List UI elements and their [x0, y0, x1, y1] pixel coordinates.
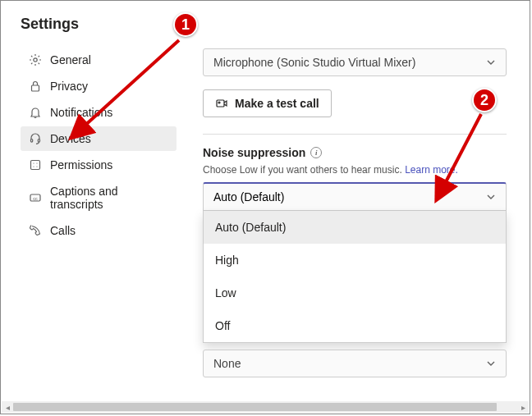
svg-rect-3: [38, 139, 39, 143]
page-title: Settings: [21, 16, 177, 33]
sidebar-item-notifications[interactable]: Notifications: [21, 100, 177, 125]
svg-point-7: [33, 166, 34, 167]
noise-suppression-label: Noise suppression: [203, 146, 305, 159]
chevron-down-icon: [486, 57, 496, 67]
app-icon: [29, 158, 42, 171]
svg-text:cc: cc: [33, 196, 38, 201]
sidebar-item-label: Notifications: [50, 106, 112, 119]
option-auto-default[interactable]: Auto (Default): [204, 211, 506, 244]
sidebar-item-label: Privacy: [50, 80, 88, 93]
sidebar-item-permissions[interactable]: Permissions: [21, 153, 177, 177]
sidebar-item-general[interactable]: General: [21, 48, 177, 72]
sidebar-item-label: General: [50, 53, 91, 66]
svg-point-5: [33, 162, 34, 163]
scroll-thumb[interactable]: [13, 403, 497, 411]
noise-suppression-options: Auto (Default) High Low Off: [203, 211, 507, 343]
option-off[interactable]: Off: [204, 309, 506, 342]
gear-icon: [29, 53, 42, 66]
option-low[interactable]: Low: [204, 277, 506, 309]
scroll-left-button[interactable]: ◂: [2, 401, 13, 413]
sidebar-item-label: Calls: [50, 224, 76, 237]
sidebar-item-label: Devices: [50, 132, 91, 145]
scroll-track[interactable]: [13, 401, 517, 413]
content-area: Microphone (Sonic Studio Virtual Mixer) …: [203, 16, 507, 391]
sidebar-item-calls[interactable]: Calls: [21, 218, 177, 243]
sidebar-nav: General Privacy Notifications Devices Pe: [21, 48, 177, 243]
svg-rect-11: [217, 100, 224, 107]
headset-icon: [29, 132, 42, 145]
noise-suppression-hint: Choose Low if you want others to hear mu…: [203, 164, 507, 176]
sidebar-item-privacy[interactable]: Privacy: [21, 74, 177, 98]
make-test-call-button[interactable]: Make a test call: [203, 89, 332, 117]
secondary-dropdown-selected: None: [213, 357, 241, 370]
horizontal-scrollbar[interactable]: ◂ ▸: [2, 401, 529, 413]
svg-rect-1: [32, 85, 39, 91]
scroll-right-button[interactable]: ▸: [517, 401, 529, 413]
info-icon[interactable]: i: [310, 147, 322, 158]
svg-point-0: [34, 58, 37, 62]
learn-more-link[interactable]: Learn more.: [405, 164, 458, 176]
sidebar-item-label: Captions and transcripts: [50, 185, 168, 211]
noise-suppression-title: Noise suppression i: [203, 146, 507, 159]
noise-suppression-dropdown[interactable]: Auto (Default): [203, 182, 507, 211]
annotation-callout-1: 1: [173, 12, 198, 37]
svg-rect-2: [31, 139, 33, 143]
annotation-callout-2: 2: [472, 88, 497, 112]
sidebar-item-captions[interactable]: cc Captions and transcripts: [21, 179, 177, 217]
svg-rect-4: [31, 161, 40, 170]
svg-point-12: [218, 102, 220, 103]
phone-icon: [29, 224, 42, 237]
microphone-selected: Microphone (Sonic Studio Virtual Mixer): [213, 56, 415, 69]
sidebar-item-label: Permissions: [50, 158, 112, 171]
lock-icon: [29, 80, 42, 93]
cc-icon: cc: [29, 191, 42, 204]
chevron-down-icon: [486, 192, 496, 202]
secondary-dropdown[interactable]: None: [203, 350, 507, 377]
test-call-icon: [215, 97, 228, 110]
divider: [203, 134, 507, 135]
settings-window: Settings General Privacy Notifications D…: [0, 0, 530, 414]
sidebar: Settings General Privacy Notifications D…: [21, 16, 177, 391]
svg-point-6: [36, 162, 37, 163]
bell-icon: [29, 106, 42, 119]
test-call-label: Make a test call: [235, 97, 319, 110]
option-high[interactable]: High: [204, 244, 506, 277]
sidebar-item-devices[interactable]: Devices: [21, 126, 177, 151]
hint-text: Choose Low if you want others to hear mu…: [203, 164, 402, 176]
microphone-dropdown[interactable]: Microphone (Sonic Studio Virtual Mixer): [203, 48, 507, 76]
noise-suppression-selected: Auto (Default): [213, 190, 284, 203]
svg-point-8: [36, 166, 37, 167]
chevron-down-icon: [486, 359, 496, 368]
